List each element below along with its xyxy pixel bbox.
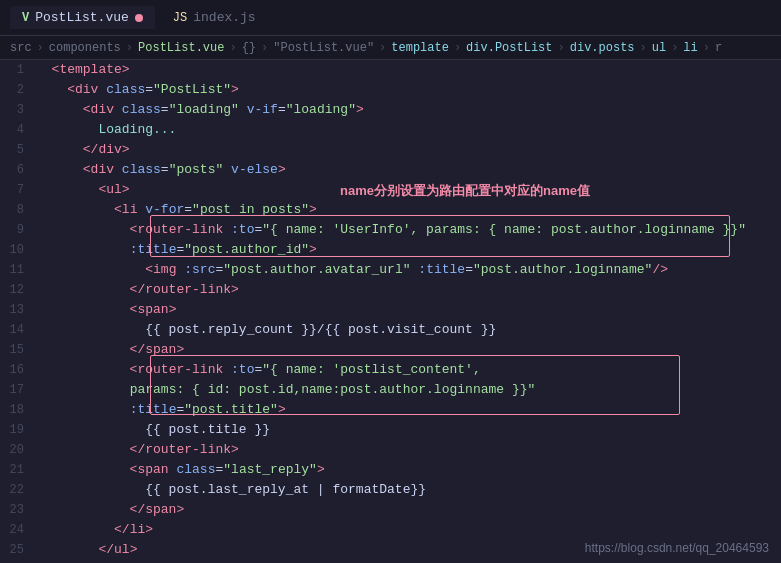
sep5: › (379, 41, 386, 55)
table-row: 19 {{ post.title }} (0, 420, 781, 440)
sep2: › (126, 41, 133, 55)
crumb-li: li (683, 41, 697, 55)
js-icon: JS (173, 11, 187, 25)
line-content: params: { id: post.id,name:post.author.l… (36, 380, 781, 400)
table-row: 9 <router-link :to="{ name: 'UserInfo', … (0, 220, 781, 240)
table-row: 21 <span class="last_reply"> (0, 460, 781, 480)
line-number: 19 (0, 420, 36, 440)
table-row: 6 <div class="posts" v-else> (0, 160, 781, 180)
table-row: 12 </router-link> (0, 280, 781, 300)
line-number: 8 (0, 200, 36, 220)
table-row: 8 <li v-for="post in posts"> (0, 200, 781, 220)
modified-dot (135, 14, 143, 22)
table-row: 4 Loading... (0, 120, 781, 140)
line-number: 6 (0, 160, 36, 180)
table-row: 14 {{ post.reply_count }}/{{ post.visit_… (0, 320, 781, 340)
line-number: 15 (0, 340, 36, 360)
line-content: {{ post.reply_count }}/{{ post.visit_cou… (36, 320, 781, 340)
line-content: <ul> (36, 180, 781, 200)
line-content: <li v-for="post in posts"> (36, 200, 781, 220)
sep8: › (640, 41, 647, 55)
line-content: <div class="loading" v-if="loading"> (36, 100, 781, 120)
line-number: 1 (0, 60, 36, 80)
line-number: 10 (0, 240, 36, 260)
line-number: 2 (0, 80, 36, 100)
crumb-postlist: PostList.vue (138, 41, 224, 55)
line-number: 3 (0, 100, 36, 120)
line-number: 13 (0, 300, 36, 320)
crumb-components: components (49, 41, 121, 55)
line-number: 16 (0, 360, 36, 380)
table-row: 1 <template> (0, 60, 781, 80)
line-content: {{ post.title }} (36, 420, 781, 440)
tab-postlist-vue[interactable]: V PostList.vue (10, 6, 155, 29)
sep3: › (229, 41, 236, 55)
sep6: › (454, 41, 461, 55)
code-area[interactable]: 1 <template>2 <div class="PostList">3 <d… (0, 60, 781, 563)
crumb-quotedname: "PostList.vue" (273, 41, 374, 55)
tab-index-js-label: index.js (193, 10, 255, 25)
sep10: › (703, 41, 710, 55)
table-row: 5 </div> (0, 140, 781, 160)
sep9: › (671, 41, 678, 55)
crumb-r: r (715, 41, 722, 55)
breadcrumb: src › components › PostList.vue › {} › "… (0, 36, 781, 60)
watermark: https://blog.csdn.net/qq_20464593 (585, 541, 769, 555)
tab-postlist-vue-label: PostList.vue (35, 10, 129, 25)
table-row: 7 <ul> (0, 180, 781, 200)
line-number: 21 (0, 460, 36, 480)
table-row: 15 </span> (0, 340, 781, 360)
crumb-divposts: div.posts (570, 41, 635, 55)
table-row: 11 <img :src="post.author.avatar_url" :t… (0, 260, 781, 280)
line-number: 7 (0, 180, 36, 200)
crumb-ul: ul (652, 41, 666, 55)
vue-icon: V (22, 11, 29, 25)
line-number: 23 (0, 500, 36, 520)
tab-index-js[interactable]: JS index.js (161, 6, 268, 29)
line-content: <div class="posts" v-else> (36, 160, 781, 180)
crumb-braces: {} (242, 41, 256, 55)
table-row: 20 </router-link> (0, 440, 781, 460)
line-number: 4 (0, 120, 36, 140)
line-content: <div class="PostList"> (36, 80, 781, 100)
crumb-src: src (10, 41, 32, 55)
line-content: <span> (36, 300, 781, 320)
table-row: 23 </span> (0, 500, 781, 520)
crumb-divpostlist: div.PostList (466, 41, 552, 55)
table-row: 22 {{ post.last_reply_at | formatDate}} (0, 480, 781, 500)
line-content: <span class="last_reply"> (36, 460, 781, 480)
line-number: 9 (0, 220, 36, 240)
line-number: 5 (0, 140, 36, 160)
line-content: <router-link :to="{ name: 'postlist_cont… (36, 360, 781, 380)
crumb-template: template (391, 41, 449, 55)
sep4: › (261, 41, 268, 55)
line-content: </router-link> (36, 440, 781, 460)
table-row: 18 :title="post.title"> (0, 400, 781, 420)
line-content: </div> (36, 140, 781, 160)
table-row: 2 <div class="PostList"> (0, 80, 781, 100)
line-number: 18 (0, 400, 36, 420)
line-content: <template> (36, 60, 781, 80)
line-number: 25 (0, 540, 36, 560)
table-row: 24 </li> (0, 520, 781, 540)
table-row: 13 <span> (0, 300, 781, 320)
table-row: 17 params: { id: post.id,name:post.autho… (0, 380, 781, 400)
code-editor: 1 <template>2 <div class="PostList">3 <d… (0, 60, 781, 563)
line-content: :title="post.title"> (36, 400, 781, 420)
line-content: Loading... (36, 120, 781, 140)
table-row: 3 <div class="loading" v-if="loading"> (0, 100, 781, 120)
line-number: 12 (0, 280, 36, 300)
table-row: 16 <router-link :to="{ name: 'postlist_c… (0, 360, 781, 380)
line-content: </span> (36, 340, 781, 360)
table-row: 10 :title="post.author_id"> (0, 240, 781, 260)
line-number: 17 (0, 380, 36, 400)
sep1: › (37, 41, 44, 55)
sep7: › (558, 41, 565, 55)
line-number: 20 (0, 440, 36, 460)
line-number: 14 (0, 320, 36, 340)
line-content: </li> (36, 520, 781, 540)
line-number: 24 (0, 520, 36, 540)
line-content: {{ post.last_reply_at | formatDate}} (36, 480, 781, 500)
line-content: <img :src="post.author.avatar_url" :titl… (36, 260, 781, 280)
line-number: 22 (0, 480, 36, 500)
